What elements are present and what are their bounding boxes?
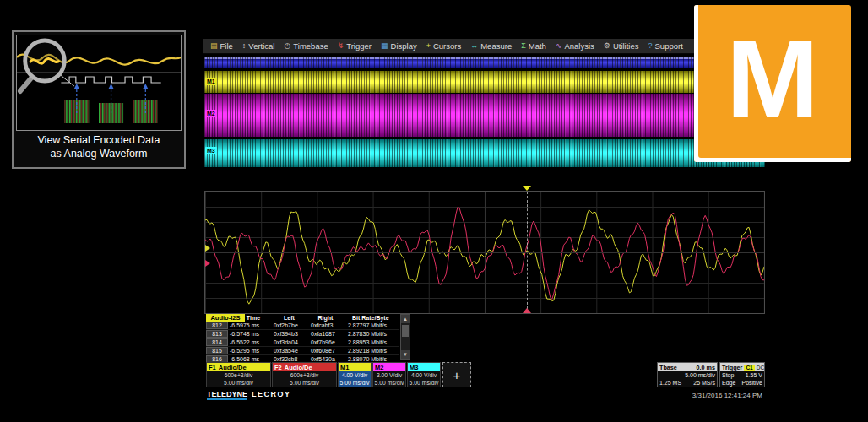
table-cell: 2.89218 Mbit/s xyxy=(346,348,399,354)
menu-label: Support xyxy=(655,41,683,51)
brand-lecroy: LECROY xyxy=(252,390,291,398)
decode-table-body: 812-6.5975 ms0xf2b7be0xfcabf32.87797 Mbi… xyxy=(206,322,399,364)
channel-label-m2: M2 xyxy=(205,110,217,117)
menu-trigger[interactable]: ↯Trigger xyxy=(334,39,376,53)
promo-caption: View Serial Encoded Data as Analog Wavef… xyxy=(14,133,184,161)
scroll-down-icon[interactable]: ▼ xyxy=(401,350,410,359)
descriptor-f2[interactable]: F2Audio/De600e+3/div5.00 ms/div xyxy=(272,362,337,387)
timebase-label: Tbase xyxy=(659,364,677,371)
timebase-sampling-row: 1.25 MS 25 MS/s xyxy=(658,379,717,387)
timebase-header: Tbase 0.0 ms xyxy=(658,363,717,371)
trace-f1 xyxy=(205,210,764,304)
add-trace-button[interactable]: + xyxy=(442,362,471,387)
table-row[interactable]: 812-6.5975 ms0xf2b7be0xfcabf32.87797 Mbi… xyxy=(206,322,399,330)
trigger-header: Trigger C1 DC xyxy=(720,363,764,371)
menu-math[interactable]: ΣMath xyxy=(517,39,551,53)
trigger-descriptor[interactable]: Trigger C1 DC Stop 1.55 V Edge Positive xyxy=(719,362,765,387)
descriptor-body: 600e+3/div5.00 ms/div xyxy=(207,371,270,387)
table-cell: 813 xyxy=(206,330,228,338)
descriptor-id: M2 xyxy=(375,364,383,371)
descriptor-scale: 3.00 V/div xyxy=(373,371,405,379)
math-sigma-icon: Σ xyxy=(521,42,526,50)
promo-caption-line2: as Analog Waveform xyxy=(14,147,184,160)
menu-support[interactable]: ?Support xyxy=(644,39,687,53)
descriptor-body: 600e+3/div5.00 ms/div xyxy=(273,371,336,387)
descriptor-header: M2 xyxy=(373,363,405,371)
menu-label: Cursors xyxy=(433,41,461,51)
descriptor-m2[interactable]: M23.00 V/div5.00 ms/div xyxy=(372,362,406,387)
scrollbar-thumb[interactable] xyxy=(402,325,409,337)
time-cursor-line[interactable] xyxy=(527,192,528,313)
menu-vertical[interactable]: ↕Vertical xyxy=(238,39,279,53)
descriptor-header: F1Audio/De xyxy=(207,363,270,371)
table-cell: 0xf608e7 xyxy=(309,348,346,354)
table-row[interactable]: 814-6.5522 ms0xf3da040xf7b96e2.88953 Mbi… xyxy=(206,338,399,347)
cursor-marker-icon[interactable] xyxy=(523,308,531,313)
descriptor-id: F2 xyxy=(274,364,282,371)
descriptor-f1[interactable]: F1Audio/De600e+3/div5.00 ms/div xyxy=(206,362,271,387)
menu-label: Math xyxy=(529,41,546,51)
table-cell: 2.88070 Mbit/s xyxy=(346,356,399,362)
scroll-up-icon[interactable]: ▲ xyxy=(401,315,410,323)
table-cell: 0xf3da04 xyxy=(272,339,309,345)
table-cell: 2.88953 Mbit/s xyxy=(346,339,399,345)
trigger-source-badge: C1 xyxy=(744,365,754,371)
table-row[interactable]: 815-6.5295 ms0xf3a54e0xf608e72.89218 Mbi… xyxy=(206,347,399,355)
descriptor-id: M3 xyxy=(410,364,418,371)
descriptor-m1[interactable]: M14.00 V/div5.00 ms/div xyxy=(338,362,372,387)
descriptor-header: M3 xyxy=(408,363,440,371)
utilities-gear-icon: ⚙ xyxy=(604,42,610,50)
f1-level-marker-icon xyxy=(205,245,210,252)
m-logo-letter: M xyxy=(726,24,819,135)
vertical-arrows-icon: ↕ xyxy=(242,42,247,50)
menu-label: Utilities xyxy=(613,41,639,51)
promo-image xyxy=(16,35,182,131)
trigger-mode: Stop xyxy=(722,371,734,379)
digital-bus-band xyxy=(204,57,765,68)
m1-waveform-band xyxy=(204,71,765,93)
table-cell: 0xf394b3 xyxy=(272,331,309,337)
table-header-left: Left xyxy=(282,315,317,321)
upper-waveform-area[interactable]: M1M2M3 xyxy=(204,54,765,186)
audio-waveform-traces xyxy=(205,192,764,313)
descriptor-scale: 600e+3/div xyxy=(273,371,336,379)
menu-file[interactable]: ▤File xyxy=(206,39,237,53)
menu-analysis[interactable]: ∿Analysis xyxy=(551,39,599,53)
decode-table-header: Audio-I2S TimeLeftRightBit Rate/Byte xyxy=(206,314,399,322)
timebase-scale: 5.00 ms/div xyxy=(685,371,715,379)
table-cell: -6.5295 ms xyxy=(228,348,272,354)
f2-level-marker-icon xyxy=(205,260,210,267)
menu-bar: ▤File↕Vertical◷Timebase↯Trigger▦Display+… xyxy=(203,39,767,54)
menu-utilities[interactable]: ⚙Utilities xyxy=(599,39,643,53)
analysis-wave-icon: ∿ xyxy=(556,42,562,50)
trigger-type-row: Edge Positive xyxy=(720,379,764,387)
promo-card[interactable]: View Serial Encoded Data as Analog Wavef… xyxy=(12,30,186,169)
table-header-time: Time xyxy=(245,315,282,321)
zoom-waveform-area[interactable] xyxy=(204,191,765,314)
descriptor-body: 4.00 V/div5.00 ms/div xyxy=(339,371,371,387)
table-row[interactable]: 813-6.5748 ms0xf394b30xfa16872.87830 Mbi… xyxy=(206,330,399,338)
table-cell: 0xf3a54e xyxy=(272,348,309,354)
teledyne-lecroy-logo: TELEDYNE LECROY xyxy=(207,390,291,401)
table-cell: 0xf5430a xyxy=(309,356,346,362)
descriptor-scale: 4.00 V/div xyxy=(339,371,371,379)
table-scrollbar[interactable]: ▲ ▼ xyxy=(400,314,410,360)
menu-timebase[interactable]: ◷Timebase xyxy=(279,39,332,53)
trigger-bolt-icon: ↯ xyxy=(338,42,344,50)
menu-display[interactable]: ▦Display xyxy=(377,39,421,53)
decode-table: Audio-I2S TimeLeftRightBit Rate/Byte 812… xyxy=(206,314,399,364)
menu-measure[interactable]: ↔Measure xyxy=(466,39,516,53)
timebase-scale-row: 5.00 ms/div xyxy=(658,371,717,379)
descriptor-m3[interactable]: M34.00 V/div5.00 ms/div xyxy=(407,362,441,387)
m-logo[interactable]: M xyxy=(694,5,851,162)
m3-waveform-band xyxy=(204,139,765,167)
decode-table-tab[interactable]: Audio-I2S xyxy=(206,314,245,322)
table-cell: -6.5748 ms xyxy=(228,331,272,337)
table-header-right: Right xyxy=(317,315,351,321)
table-cell: -6.5068 ms xyxy=(228,356,272,362)
timebase-descriptor[interactable]: Tbase 0.0 ms 5.00 ms/div 1.25 MS 25 MS/s xyxy=(657,362,718,387)
table-cell: 0xfa1687 xyxy=(309,331,346,337)
menu-label: Display xyxy=(391,41,417,51)
menu-cursors[interactable]: +Cursors xyxy=(422,39,466,53)
descriptor-row: + Tbase 0.0 ms 5.00 ms/div 1.25 MS 25 MS… xyxy=(203,362,767,387)
